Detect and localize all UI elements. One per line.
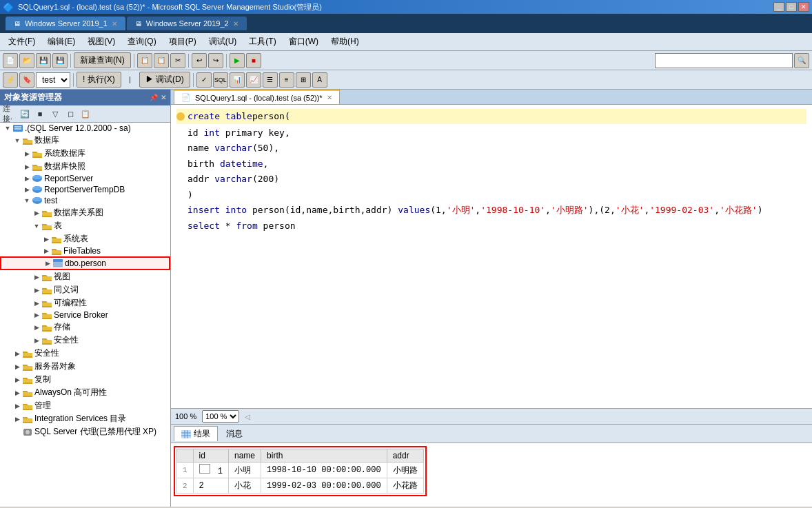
code-editor[interactable]: create table person( id int primary key,… [171,105,812,408]
repl-expand-icon[interactable]: ▶ [12,376,22,383]
close-button[interactable]: ✕ [798,2,809,12]
search-box[interactable] [655,53,793,68]
query-tab[interactable]: 📄 SQLQuery1.sql - (local).test (sa (52))… [174,90,340,104]
menu-help[interactable]: 帮助(H) [325,34,365,49]
query-tab-close[interactable]: ✕ [327,94,332,101]
tree-test-db[interactable]: ▼ test [0,195,170,206]
alwayson-expand-icon[interactable]: ▶ [12,389,22,396]
toolbar-paste[interactable]: 📋 [154,53,169,68]
toolbar-saveall[interactable]: 💾 [52,53,68,68]
tb2-btn2[interactable]: 🔖 [19,72,34,88]
security-t-expand-icon[interactable]: ▶ [32,337,41,344]
refresh-button[interactable]: 🔄 [18,107,32,121]
tab-server2-close[interactable]: ✕ [233,20,238,28]
tree-integration-services[interactable]: ▶ Integration Services 目录 [0,412,170,425]
tb-new[interactable]: 📋 [79,107,92,121]
tab-server1[interactable]: 🖥 Windows Server 2019_1 ✕ [6,17,125,30]
prog-expand-icon[interactable]: ▶ [32,300,41,307]
tb2-btn1[interactable]: ⚡ [3,72,18,88]
tb2-check[interactable]: ✓ [196,72,212,88]
toolbar-cut[interactable]: ✂ [170,53,185,68]
toolbar-stop[interactable]: ■ [246,53,261,68]
toolbar-undo[interactable]: ↩ [192,53,207,68]
diagrams-expand-icon[interactable]: ▶ [32,210,41,216]
tree-reportserver[interactable]: ▶ ReportServer [0,173,170,184]
zoom-selector[interactable]: 100 % 75 % 50 % 125 % 150 % [202,410,239,423]
mgmt-expand-icon[interactable]: ▶ [12,403,22,409]
menu-tools[interactable]: 工具(T) [243,34,281,49]
filter-button[interactable]: ▽ [48,107,62,121]
tree-service-broker[interactable]: ▶ Service Broker [0,309,170,321]
tree-db-snapshots[interactable]: ▶ 数据库快照 [0,160,170,173]
panel-pin[interactable]: 📌 [150,94,158,101]
tree-replication[interactable]: ▶ 复制 [0,373,170,386]
minimize-button[interactable]: _ [773,2,784,12]
tree-views[interactable]: ▶ 视图 [0,270,170,283]
tree-security-top[interactable]: ▶ 安全性 [0,347,170,360]
panel-close[interactable]: ✕ [161,94,166,101]
toolbar-redo[interactable]: ↪ [208,53,223,68]
testdb-expand-icon[interactable]: ▼ [22,197,32,204]
is-expand-icon[interactable]: ▶ [12,416,22,423]
tree-management[interactable]: ▶ 管理 [0,399,170,412]
tree-server-objects[interactable]: ▶ 服务器对象 [0,360,170,373]
toolbar-new[interactable]: 📄 [3,53,18,68]
tb2-btn6[interactable]: ☰ [263,72,278,88]
tree-system-tables[interactable]: ▶ 系统表 [0,232,170,245]
debug-button[interactable]: ▶ 调试(D) [139,72,190,88]
storage-expand-icon[interactable]: ▶ [32,324,41,331]
database-selector[interactable]: test [36,72,70,88]
tree-programmability[interactable]: ▶ 可编程性 [0,296,170,309]
toolbar-search[interactable]: 🔍 [794,53,809,68]
serverobj-expand-icon[interactable]: ▶ [12,363,22,370]
menu-debug[interactable]: 调试(U) [203,34,243,49]
collapse-button[interactable]: ◻ [63,107,77,121]
rs-expand-icon[interactable]: ▶ [22,175,32,182]
messages-tab[interactable]: 消息 [219,426,250,441]
systables-expand-icon[interactable]: ▶ [41,236,51,243]
menu-view[interactable]: 视图(V) [82,34,121,49]
server-expand-icon[interactable]: ▼ [3,125,12,132]
tb2-btn9[interactable]: A [312,72,327,88]
security-expand-icon[interactable]: ▶ [12,350,22,357]
tree-tables-folder[interactable]: ▼ 表 [0,219,170,232]
tb2-btn8[interactable]: ⊞ [296,72,311,88]
tree-alwayson[interactable]: ▶ AlwaysOn 高可用性 [0,386,170,399]
tab-server2[interactable]: 🖥 Windows Server 2019_2 ✕ [127,17,247,30]
filetables-expand-icon[interactable]: ▶ [41,247,51,254]
execute-button[interactable]: ! 执行(X) [77,72,121,88]
databases-expand-icon[interactable]: ▼ [12,137,22,144]
tb2-btn3[interactable]: SQL [213,72,228,88]
toolbar-save[interactable]: 💾 [36,53,51,68]
sb-expand-icon[interactable]: ▶ [32,312,41,318]
menu-project[interactable]: 项目(P) [163,34,202,49]
results-tab[interactable]: 结果 [174,426,218,441]
toolbar-open[interactable]: 📂 [19,53,34,68]
toolbar-run[interactable]: ▶ [230,53,245,68]
menu-edit[interactable]: 编辑(E) [42,34,81,49]
stop-button[interactable]: ■ [33,107,47,121]
rstempdb-expand-icon[interactable]: ▶ [22,186,32,193]
connect-button[interactable]: 连接· [3,107,17,121]
tree-storage[interactable]: ▶ 存储 [0,321,170,334]
synonyms-expand-icon[interactable]: ▶ [32,287,41,294]
tables-expand-icon[interactable]: ▼ [32,223,41,230]
new-query-button[interactable]: 新建查询(N) [74,52,131,68]
tree-db-diagrams[interactable]: ▶ 数据库关系图 [0,206,170,219]
tree-databases-folder[interactable]: ▼ 数据库 [0,134,170,147]
toolbar-copy[interactable]: 📋 [137,53,152,68]
tree-security-under-test[interactable]: ▶ 安全性 [0,334,170,347]
tb2-btn4[interactable]: 📊 [230,72,245,88]
tree-reportservertempdb[interactable]: ▶ ReportServerTempDB [0,184,170,195]
tree-dbo-person[interactable]: ▶ dbo.person [0,256,170,270]
systemdbs-expand-icon[interactable]: ▶ [22,150,32,157]
person-expand-icon[interactable]: ▶ [43,260,52,267]
tree-synonyms[interactable]: ▶ 同义词 [0,283,170,296]
menu-window[interactable]: 窗口(W) [283,34,324,49]
tab-server1-close[interactable]: ✕ [112,20,117,28]
menu-query[interactable]: 查询(Q) [122,34,161,49]
tree-sql-agent[interactable]: SQL Server 代理(已禁用代理 XP) [0,425,170,438]
menu-file[interactable]: 文件(F) [3,34,41,49]
snapshots-expand-icon[interactable]: ▶ [22,163,32,170]
tb2-btn5[interactable]: 📈 [246,72,261,88]
